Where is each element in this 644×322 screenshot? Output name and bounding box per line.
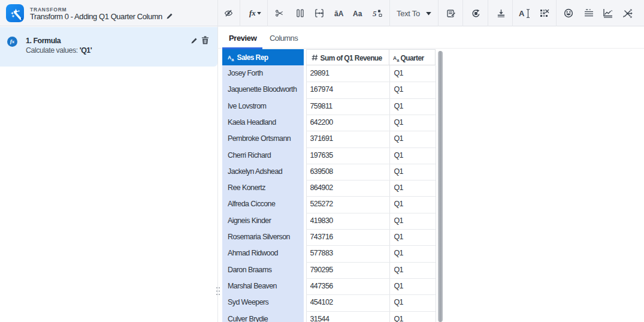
svg-text:a: a [397, 58, 399, 61]
svg-text:5: 5 [373, 9, 377, 18]
svg-text:A: A [393, 55, 397, 61]
svg-text:A: A [228, 54, 231, 60]
svg-text:a: a [231, 57, 234, 61]
